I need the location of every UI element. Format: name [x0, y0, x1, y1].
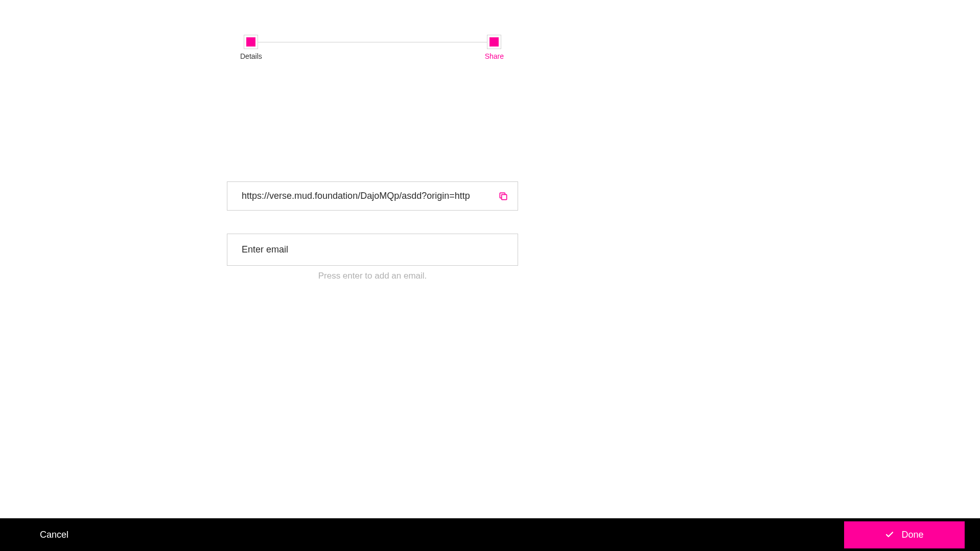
- stepper: Details Share: [240, 35, 504, 60]
- email-box[interactable]: [227, 234, 518, 266]
- step-details-fill: [246, 37, 255, 47]
- step-share-box: [487, 35, 501, 49]
- footer-bar: Cancel Done: [0, 518, 980, 551]
- share-url-box: https://verse.mud.foundation/DajoMQp/asd…: [227, 181, 518, 211]
- check-icon: [885, 530, 894, 539]
- step-share-label: Share: [485, 52, 504, 60]
- step-details-box: [244, 35, 258, 49]
- cancel-button[interactable]: Cancel: [40, 530, 68, 540]
- done-button-label: Done: [901, 530, 923, 540]
- svg-rect-0: [502, 194, 507, 199]
- email-input[interactable]: [242, 244, 503, 255]
- step-details[interactable]: Details: [240, 35, 262, 60]
- copy-icon[interactable]: [498, 191, 508, 201]
- email-hint: Press enter to add an email.: [227, 271, 518, 281]
- step-share-fill: [489, 37, 499, 47]
- share-url-text[interactable]: https://verse.mud.foundation/DajoMQp/asd…: [242, 191, 493, 201]
- done-button[interactable]: Done: [844, 521, 965, 548]
- step-details-label: Details: [240, 52, 262, 60]
- step-connector: [254, 42, 489, 42]
- step-share[interactable]: Share: [485, 35, 504, 60]
